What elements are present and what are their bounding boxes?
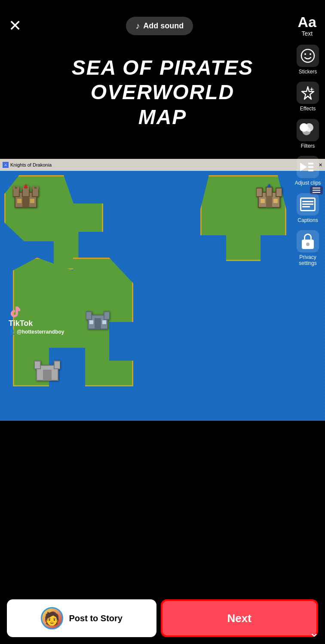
- post-to-story-button[interactable]: 🧑 Post to Story: [7, 599, 156, 637]
- map-area: ⚔ Knights of Drakonia ✕: [0, 159, 325, 421]
- adjust-clips-label: Adjust clips: [295, 180, 321, 186]
- close-button[interactable]: ✕: [9, 18, 21, 33]
- castle-3: [86, 307, 110, 335]
- captions-icon: [297, 193, 319, 216]
- captions-label: Captions: [297, 217, 318, 223]
- castle-4: [34, 357, 60, 386]
- add-sound-button[interactable]: ♪ Add sound: [126, 17, 193, 35]
- svg-rect-30: [43, 370, 52, 380]
- right-toolbar: Stickers Effects Filters: [291, 39, 325, 273]
- svg-rect-24: [104, 312, 110, 319]
- music-icon: ♪: [135, 21, 140, 31]
- text-tool-button[interactable]: Aa Text: [298, 15, 316, 37]
- privacy-settings-label: Privacy settings: [299, 254, 316, 267]
- svg-rect-23: [86, 312, 92, 319]
- privacy-icon: [297, 230, 319, 252]
- svg-rect-16: [276, 188, 282, 197]
- svg-rect-18: [266, 196, 272, 207]
- effects-tool[interactable]: Effects: [291, 80, 325, 113]
- svg-rect-9: [37, 186, 39, 189]
- svg-rect-5: [17, 186, 19, 189]
- adjust-clips-icon: [297, 156, 319, 178]
- svg-rect-20: [273, 199, 278, 203]
- map-window-title: Knights of Drakonia: [10, 162, 52, 167]
- story-avatar: 🧑: [41, 607, 63, 629]
- adjust-clips-tool[interactable]: Adjust clips: [291, 154, 325, 188]
- svg-point-35: [310, 53, 311, 55]
- text-icon: Aa: [298, 15, 316, 29]
- map-titlebar: ⚔ Knights of Drakonia ✕: [0, 159, 325, 171]
- effects-icon: [297, 82, 319, 104]
- svg-rect-8: [32, 186, 34, 189]
- stickers-label: Stickers: [299, 69, 317, 75]
- castle-1: [13, 184, 39, 213]
- tiktok-watermark: TikTok 👤 @hottesterrandboy: [9, 306, 64, 335]
- map-content: TikTok 👤 @hottesterrandboy: [0, 171, 325, 421]
- svg-rect-4: [13, 186, 15, 189]
- svg-point-33: [301, 49, 314, 62]
- bottom-buttons: 🧑 Post to Story Next: [0, 592, 325, 644]
- svg-rect-10: [22, 197, 29, 207]
- map-titlebar-icon: ⚔: [3, 162, 9, 168]
- svg-rect-32: [54, 361, 60, 369]
- post-to-story-label: Post to Story: [69, 614, 123, 623]
- filters-icon: [297, 119, 319, 141]
- effects-label: Effects: [300, 106, 316, 112]
- tiktok-handle: 👤 @hottesterrandboy: [9, 329, 64, 335]
- svg-rect-31: [34, 361, 40, 369]
- captions-tool[interactable]: Captions: [291, 191, 325, 225]
- video-title: SEA OF PIRATES OVERWORLD MAP: [0, 55, 325, 130]
- add-sound-label: Add sound: [143, 21, 184, 30]
- svg-rect-19: [261, 199, 265, 203]
- svg-rect-15: [256, 188, 262, 197]
- svg-rect-25: [95, 318, 101, 329]
- svg-rect-12: [30, 199, 34, 203]
- video-area: SEA OF PIRATES OVERWORLD MAP ⚔ Knights o…: [0, 0, 325, 421]
- text-tool-label: Text: [301, 30, 313, 37]
- privacy-settings-tool[interactable]: Privacy settings: [291, 228, 325, 268]
- chevron-down-icon[interactable]: ⌄: [309, 626, 319, 640]
- svg-marker-21: [267, 184, 271, 187]
- avatar-emoji: 🧑: [44, 611, 60, 626]
- next-label: Next: [227, 612, 251, 625]
- castle-2: [256, 184, 282, 213]
- tiktok-app-name: TikTok: [9, 319, 64, 328]
- svg-rect-11: [17, 199, 21, 203]
- stickers-icon: [297, 45, 319, 67]
- filters-label: Filters: [301, 143, 315, 149]
- filters-tool[interactable]: Filters: [291, 117, 325, 151]
- stickers-tool[interactable]: Stickers: [291, 43, 325, 76]
- top-bar: ✕ ♪ Add sound Aa Text: [0, 0, 325, 43]
- svg-rect-27: [102, 320, 106, 324]
- svg-point-34: [304, 53, 306, 55]
- next-button[interactable]: Next: [161, 599, 318, 637]
- svg-rect-17: [266, 187, 272, 197]
- svg-rect-26: [89, 320, 93, 324]
